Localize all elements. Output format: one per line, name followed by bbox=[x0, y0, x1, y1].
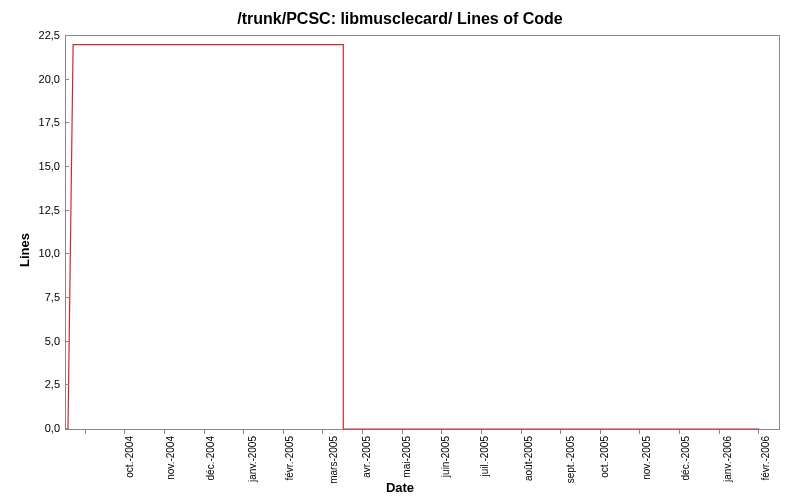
x-tick-label: mars-2005 bbox=[328, 436, 339, 484]
x-tick-mark bbox=[124, 430, 125, 434]
x-tick-mark bbox=[362, 430, 363, 434]
y-tick-label: 20,0 bbox=[30, 73, 60, 85]
x-tick-mark bbox=[639, 430, 640, 434]
x-tick-mark bbox=[322, 430, 323, 434]
y-tick-mark bbox=[65, 428, 69, 429]
x-tick-label: juin-2005 bbox=[440, 436, 451, 477]
x-tick-label: janv.-2006 bbox=[722, 436, 733, 482]
x-tick-label: oct.-2004 bbox=[124, 436, 135, 478]
x-tick-label: déc.-2005 bbox=[681, 436, 692, 480]
y-tick-mark bbox=[65, 166, 69, 167]
y-tick-label: 15,0 bbox=[30, 160, 60, 172]
x-tick-mark bbox=[402, 430, 403, 434]
chart-title: /trunk/PCSC: libmusclecard/ Lines of Cod… bbox=[0, 10, 800, 28]
x-tick-label: juil.-2005 bbox=[479, 436, 490, 477]
y-tick-mark bbox=[65, 79, 69, 80]
y-tick-label: 0,0 bbox=[30, 422, 60, 434]
x-tick-label: mai-2005 bbox=[401, 436, 412, 478]
x-axis-label: Date bbox=[0, 480, 800, 495]
x-tick-label: avr.-2005 bbox=[361, 436, 372, 478]
x-tick-mark bbox=[164, 430, 165, 434]
x-tick-mark bbox=[441, 430, 442, 434]
x-tick-mark bbox=[85, 430, 86, 434]
x-tick-label: sept.-2005 bbox=[565, 436, 576, 483]
x-tick-mark bbox=[679, 430, 680, 434]
x-tick-label: nov.-2005 bbox=[641, 436, 652, 480]
x-tick-mark bbox=[719, 430, 720, 434]
x-tick-label: janv.-2005 bbox=[247, 436, 258, 482]
y-tick-label: 10,0 bbox=[30, 247, 60, 259]
x-tick-mark bbox=[204, 430, 205, 434]
y-tick-mark bbox=[65, 253, 69, 254]
y-tick-mark bbox=[65, 297, 69, 298]
x-tick-mark bbox=[481, 430, 482, 434]
x-tick-mark bbox=[758, 430, 759, 434]
y-tick-label: 5,0 bbox=[30, 335, 60, 347]
plot-area bbox=[65, 35, 780, 430]
y-tick-mark bbox=[65, 210, 69, 211]
y-tick-label: 17,5 bbox=[30, 116, 60, 128]
y-tick-label: 12,5 bbox=[30, 204, 60, 216]
y-tick-mark bbox=[65, 341, 69, 342]
y-tick-label: 2,5 bbox=[30, 378, 60, 390]
data-series-line bbox=[66, 36, 779, 429]
y-tick-label: 22,5 bbox=[30, 29, 60, 41]
x-tick-mark bbox=[560, 430, 561, 434]
x-tick-mark bbox=[521, 430, 522, 434]
y-tick-label: 7,5 bbox=[30, 291, 60, 303]
x-tick-label: nov.-2004 bbox=[165, 436, 176, 480]
x-tick-label: août-2005 bbox=[523, 436, 534, 481]
y-tick-mark bbox=[65, 35, 69, 36]
y-tick-mark bbox=[65, 384, 69, 385]
x-tick-label: févr.-2005 bbox=[285, 436, 296, 480]
chart-container: /trunk/PCSC: libmusclecard/ Lines of Cod… bbox=[0, 0, 800, 500]
x-tick-label: févr.-2006 bbox=[760, 436, 771, 480]
x-tick-label: déc.-2004 bbox=[206, 436, 217, 480]
x-tick-mark bbox=[243, 430, 244, 434]
y-tick-mark bbox=[65, 122, 69, 123]
x-tick-mark bbox=[600, 430, 601, 434]
x-tick-label: oct.-2005 bbox=[599, 436, 610, 478]
x-tick-mark bbox=[283, 430, 284, 434]
